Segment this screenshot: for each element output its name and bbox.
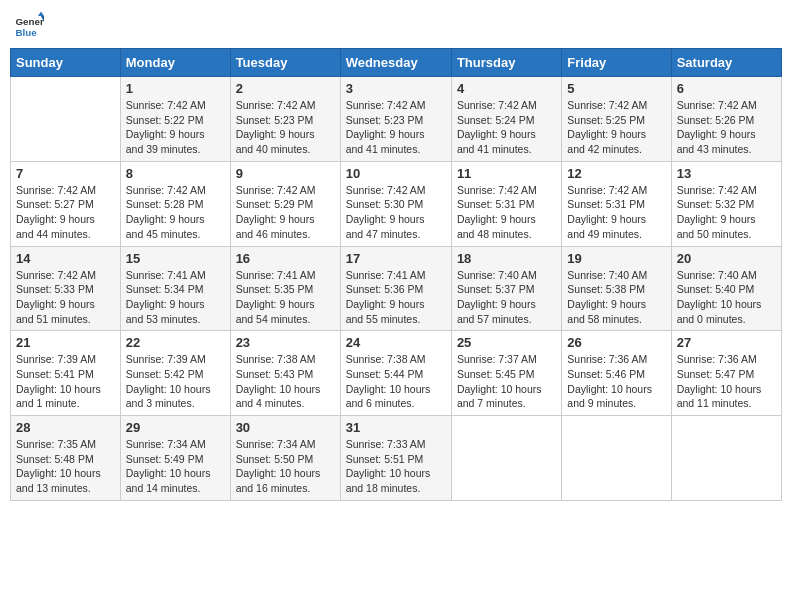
day-info: Sunrise: 7:36 AMSunset: 5:47 PMDaylight:… [677,352,776,411]
calendar-header: SundayMondayTuesdayWednesdayThursdayFrid… [11,49,782,77]
calendar-table: SundayMondayTuesdayWednesdayThursdayFrid… [10,48,782,501]
calendar-cell: 1Sunrise: 7:42 AMSunset: 5:22 PMDaylight… [120,77,230,162]
day-number: 13 [677,166,776,181]
calendar-cell: 21Sunrise: 7:39 AMSunset: 5:41 PMDayligh… [11,331,121,416]
calendar-cell: 8Sunrise: 7:42 AMSunset: 5:28 PMDaylight… [120,161,230,246]
day-number: 6 [677,81,776,96]
day-info: Sunrise: 7:33 AMSunset: 5:51 PMDaylight:… [346,437,446,496]
day-info: Sunrise: 7:42 AMSunset: 5:23 PMDaylight:… [236,98,335,157]
day-number: 5 [567,81,665,96]
day-number: 3 [346,81,446,96]
calendar-week-row: 21Sunrise: 7:39 AMSunset: 5:41 PMDayligh… [11,331,782,416]
calendar-cell: 16Sunrise: 7:41 AMSunset: 5:35 PMDayligh… [230,246,340,331]
calendar-cell: 14Sunrise: 7:42 AMSunset: 5:33 PMDayligh… [11,246,121,331]
day-number: 28 [16,420,115,435]
calendar-cell: 3Sunrise: 7:42 AMSunset: 5:23 PMDaylight… [340,77,451,162]
day-number: 29 [126,420,225,435]
day-info: Sunrise: 7:41 AMSunset: 5:36 PMDaylight:… [346,268,446,327]
calendar-cell: 27Sunrise: 7:36 AMSunset: 5:47 PMDayligh… [671,331,781,416]
calendar-cell: 2Sunrise: 7:42 AMSunset: 5:23 PMDaylight… [230,77,340,162]
day-number: 1 [126,81,225,96]
header-row: SundayMondayTuesdayWednesdayThursdayFrid… [11,49,782,77]
calendar-cell: 6Sunrise: 7:42 AMSunset: 5:26 PMDaylight… [671,77,781,162]
calendar-cell: 20Sunrise: 7:40 AMSunset: 5:40 PMDayligh… [671,246,781,331]
day-number: 26 [567,335,665,350]
day-info: Sunrise: 7:42 AMSunset: 5:25 PMDaylight:… [567,98,665,157]
day-info: Sunrise: 7:38 AMSunset: 5:43 PMDaylight:… [236,352,335,411]
day-number: 10 [346,166,446,181]
svg-text:General: General [16,16,45,27]
calendar-cell: 9Sunrise: 7:42 AMSunset: 5:29 PMDaylight… [230,161,340,246]
day-info: Sunrise: 7:42 AMSunset: 5:32 PMDaylight:… [677,183,776,242]
day-number: 25 [457,335,556,350]
calendar-cell: 11Sunrise: 7:42 AMSunset: 5:31 PMDayligh… [451,161,561,246]
svg-text:Blue: Blue [16,27,38,38]
logo: General Blue [14,10,48,40]
day-info: Sunrise: 7:40 AMSunset: 5:37 PMDaylight:… [457,268,556,327]
day-number: 24 [346,335,446,350]
day-number: 30 [236,420,335,435]
day-info: Sunrise: 7:42 AMSunset: 5:31 PMDaylight:… [567,183,665,242]
calendar-cell: 13Sunrise: 7:42 AMSunset: 5:32 PMDayligh… [671,161,781,246]
calendar-cell [671,416,781,501]
calendar-cell: 10Sunrise: 7:42 AMSunset: 5:30 PMDayligh… [340,161,451,246]
day-number: 8 [126,166,225,181]
calendar-cell: 25Sunrise: 7:37 AMSunset: 5:45 PMDayligh… [451,331,561,416]
day-info: Sunrise: 7:39 AMSunset: 5:42 PMDaylight:… [126,352,225,411]
svg-marker-2 [38,12,44,17]
day-number: 31 [346,420,446,435]
calendar-week-row: 1Sunrise: 7:42 AMSunset: 5:22 PMDaylight… [11,77,782,162]
calendar-cell: 18Sunrise: 7:40 AMSunset: 5:37 PMDayligh… [451,246,561,331]
day-number: 22 [126,335,225,350]
day-info: Sunrise: 7:42 AMSunset: 5:24 PMDaylight:… [457,98,556,157]
weekday-header: Monday [120,49,230,77]
day-info: Sunrise: 7:42 AMSunset: 5:29 PMDaylight:… [236,183,335,242]
day-info: Sunrise: 7:35 AMSunset: 5:48 PMDaylight:… [16,437,115,496]
day-number: 9 [236,166,335,181]
day-info: Sunrise: 7:38 AMSunset: 5:44 PMDaylight:… [346,352,446,411]
day-info: Sunrise: 7:42 AMSunset: 5:23 PMDaylight:… [346,98,446,157]
calendar-cell: 15Sunrise: 7:41 AMSunset: 5:34 PMDayligh… [120,246,230,331]
day-number: 21 [16,335,115,350]
day-info: Sunrise: 7:41 AMSunset: 5:34 PMDaylight:… [126,268,225,327]
day-number: 12 [567,166,665,181]
calendar-week-row: 7Sunrise: 7:42 AMSunset: 5:27 PMDaylight… [11,161,782,246]
day-info: Sunrise: 7:40 AMSunset: 5:40 PMDaylight:… [677,268,776,327]
day-info: Sunrise: 7:41 AMSunset: 5:35 PMDaylight:… [236,268,335,327]
calendar-cell: 22Sunrise: 7:39 AMSunset: 5:42 PMDayligh… [120,331,230,416]
day-number: 18 [457,251,556,266]
day-info: Sunrise: 7:42 AMSunset: 5:31 PMDaylight:… [457,183,556,242]
day-number: 17 [346,251,446,266]
calendar-cell [562,416,671,501]
calendar-week-row: 28Sunrise: 7:35 AMSunset: 5:48 PMDayligh… [11,416,782,501]
calendar-cell: 30Sunrise: 7:34 AMSunset: 5:50 PMDayligh… [230,416,340,501]
calendar-cell: 4Sunrise: 7:42 AMSunset: 5:24 PMDaylight… [451,77,561,162]
day-info: Sunrise: 7:42 AMSunset: 5:26 PMDaylight:… [677,98,776,157]
day-number: 23 [236,335,335,350]
day-info: Sunrise: 7:37 AMSunset: 5:45 PMDaylight:… [457,352,556,411]
day-info: Sunrise: 7:36 AMSunset: 5:46 PMDaylight:… [567,352,665,411]
calendar-cell: 24Sunrise: 7:38 AMSunset: 5:44 PMDayligh… [340,331,451,416]
weekday-header: Wednesday [340,49,451,77]
calendar-cell: 23Sunrise: 7:38 AMSunset: 5:43 PMDayligh… [230,331,340,416]
calendar-cell: 19Sunrise: 7:40 AMSunset: 5:38 PMDayligh… [562,246,671,331]
day-info: Sunrise: 7:39 AMSunset: 5:41 PMDaylight:… [16,352,115,411]
weekday-header: Friday [562,49,671,77]
day-number: 15 [126,251,225,266]
calendar-cell: 29Sunrise: 7:34 AMSunset: 5:49 PMDayligh… [120,416,230,501]
logo-icon: General Blue [14,10,44,40]
calendar-cell: 28Sunrise: 7:35 AMSunset: 5:48 PMDayligh… [11,416,121,501]
weekday-header: Thursday [451,49,561,77]
day-info: Sunrise: 7:42 AMSunset: 5:22 PMDaylight:… [126,98,225,157]
weekday-header: Sunday [11,49,121,77]
calendar-cell: 31Sunrise: 7:33 AMSunset: 5:51 PMDayligh… [340,416,451,501]
day-number: 4 [457,81,556,96]
day-number: 20 [677,251,776,266]
calendar-cell: 17Sunrise: 7:41 AMSunset: 5:36 PMDayligh… [340,246,451,331]
day-info: Sunrise: 7:42 AMSunset: 5:30 PMDaylight:… [346,183,446,242]
day-number: 2 [236,81,335,96]
calendar-cell: 7Sunrise: 7:42 AMSunset: 5:27 PMDaylight… [11,161,121,246]
day-info: Sunrise: 7:34 AMSunset: 5:49 PMDaylight:… [126,437,225,496]
day-number: 14 [16,251,115,266]
day-info: Sunrise: 7:42 AMSunset: 5:28 PMDaylight:… [126,183,225,242]
